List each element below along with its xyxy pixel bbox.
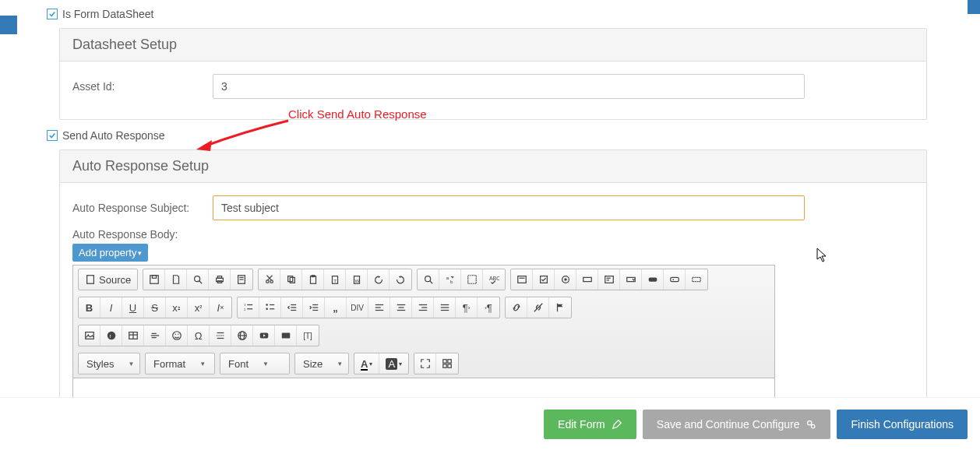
font-dropdown[interactable]: Font▼ [220, 353, 290, 374]
smiley-button[interactable] [166, 325, 188, 346]
maximize-button[interactable] [414, 353, 436, 374]
preview-button[interactable] [187, 269, 209, 290]
checkbox-tool-button[interactable] [533, 269, 555, 290]
hidden-field-tool[interactable] [686, 269, 707, 290]
subscript-button[interactable]: x₂ [166, 297, 188, 318]
svg-point-46 [266, 308, 268, 310]
div-button[interactable]: DIV [347, 297, 368, 318]
hr-button[interactable] [144, 325, 166, 346]
asset-id-label: Asset Id: [72, 80, 213, 93]
new-page-button[interactable] [165, 269, 187, 290]
clipboard-text-icon: T [330, 274, 340, 285]
indent-button[interactable] [303, 297, 325, 318]
copy-icon [286, 274, 297, 285]
svg-rect-6 [217, 276, 221, 279]
align-left-button[interactable] [368, 297, 390, 318]
embed-icon [280, 330, 291, 341]
blockquote-button[interactable]: „ [325, 297, 347, 318]
add-property-label: Add property [79, 247, 136, 258]
svg-text:a: a [446, 275, 449, 280]
svg-rect-2 [152, 276, 156, 279]
unlink-button[interactable] [527, 297, 549, 318]
datasheet-setup-header: Datasheet Setup [60, 29, 926, 62]
align-center-button[interactable] [390, 297, 412, 318]
bold-button[interactable]: B [79, 297, 100, 318]
svg-text:b: b [450, 279, 453, 284]
source-button[interactable]: Source [79, 269, 137, 290]
image-button[interactable] [79, 325, 100, 346]
embed-button[interactable] [275, 325, 297, 346]
table-button[interactable] [122, 325, 144, 346]
select-all-button[interactable] [461, 269, 483, 290]
save-button-editor[interactable] [143, 269, 165, 290]
pagebreak-button[interactable] [210, 325, 231, 346]
paste-text-button[interactable]: T [324, 269, 346, 290]
svg-line-67 [534, 304, 542, 312]
cut-button[interactable] [259, 269, 280, 290]
is-form-datasheet-label: Is Form DataSheet [62, 8, 154, 20]
svg-rect-25 [467, 276, 476, 284]
redo-button[interactable] [390, 269, 411, 290]
templates-icon [236, 274, 247, 285]
paste-button[interactable] [302, 269, 324, 290]
rtl-button[interactable]: ‹¶ [478, 297, 499, 318]
align-left-icon [374, 302, 385, 313]
finish-configurations-button[interactable]: Finish Configurations [837, 410, 968, 439]
svg-rect-27 [517, 276, 526, 283]
anchor-button[interactable] [549, 297, 571, 318]
image-button-tool[interactable] [664, 269, 686, 290]
ltr-button[interactable]: ¶› [456, 297, 478, 318]
underline-button[interactable]: U [122, 297, 144, 318]
add-property-button[interactable]: Add property ▾ [72, 244, 148, 262]
spellcheck-button[interactable]: ABC [483, 269, 505, 290]
form-button[interactable] [511, 269, 533, 290]
align-center-icon [396, 302, 407, 313]
select-tool-button[interactable] [620, 269, 642, 290]
asset-id-input[interactable] [213, 74, 805, 99]
is-form-datasheet-checkbox[interactable] [47, 9, 58, 19]
show-blocks-button[interactable] [436, 353, 458, 374]
link-button[interactable] [506, 297, 527, 318]
svg-rect-37 [648, 277, 657, 281]
svg-rect-0 [87, 276, 94, 284]
replace-button[interactable]: ab [439, 269, 461, 290]
edit-form-button[interactable]: Edit Form [544, 410, 636, 439]
svg-rect-91 [448, 360, 451, 363]
youtube-button[interactable] [253, 325, 275, 346]
placeholder-button[interactable]: [T] [297, 325, 319, 346]
flash-button[interactable]: f [100, 325, 122, 346]
textarea-tool-button[interactable] [598, 269, 620, 290]
undo-button[interactable] [368, 269, 390, 290]
svg-line-4 [199, 281, 202, 284]
size-dropdown[interactable]: Size▼ [294, 353, 349, 374]
outdent-button[interactable] [281, 297, 303, 318]
bullet-list-button[interactable] [259, 297, 281, 318]
textfield-tool-button[interactable] [576, 269, 598, 290]
svg-rect-32 [583, 277, 591, 281]
styles-dropdown[interactable]: Styles▼ [78, 353, 140, 374]
superscript-button[interactable]: x² [188, 297, 210, 318]
templates-button[interactable] [231, 269, 252, 290]
find-button[interactable] [418, 269, 439, 290]
bg-color-button[interactable]: A▾ [379, 353, 408, 374]
radio-tool-button[interactable] [555, 269, 576, 290]
checkbox-icon [538, 274, 549, 285]
editor-content-area[interactable] [73, 378, 774, 398]
save-continue-button[interactable]: Save and Continue Configure [643, 410, 831, 439]
send-auto-response-checkbox[interactable] [47, 130, 58, 141]
button-tool-button[interactable] [642, 269, 664, 290]
auto-response-subject-input[interactable] [213, 195, 805, 220]
align-right-button[interactable] [412, 297, 434, 318]
special-char-button[interactable]: Ω [188, 325, 210, 346]
print-button[interactable] [209, 269, 231, 290]
remove-format-button[interactable]: I× [210, 297, 231, 318]
italic-button[interactable]: I [100, 297, 122, 318]
align-justify-button[interactable] [434, 297, 456, 318]
paste-word-button[interactable]: W [346, 269, 368, 290]
format-dropdown[interactable]: Format▼ [145, 353, 215, 374]
copy-button[interactable] [280, 269, 302, 290]
numbered-list-button[interactable]: 12 [238, 297, 259, 318]
text-color-button[interactable]: A▾ [354, 353, 379, 374]
strike-button[interactable]: S [144, 297, 166, 318]
iframe-button[interactable] [231, 325, 253, 346]
